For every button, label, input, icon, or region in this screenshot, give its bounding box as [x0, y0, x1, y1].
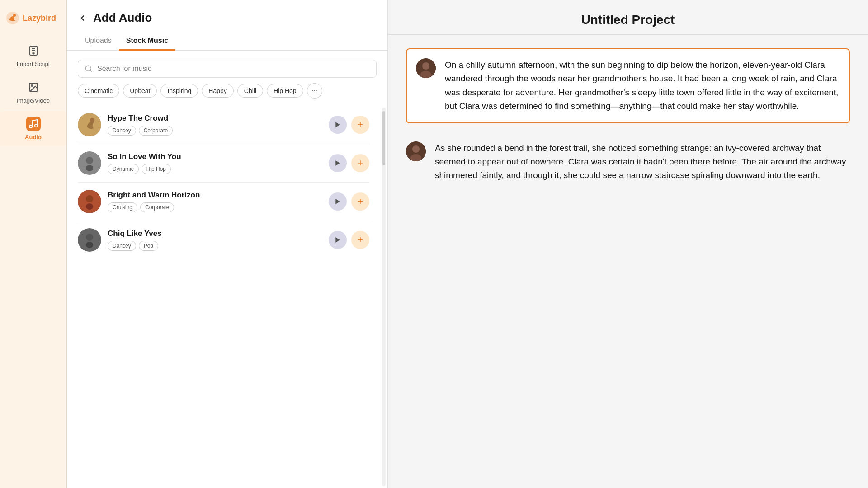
- play-button-bright[interactable]: [329, 192, 347, 211]
- music-title-bright: Bright and Warm Horizon: [108, 191, 322, 200]
- music-tags-bright: Cruising Corporate: [108, 202, 322, 212]
- svg-rect-19: [86, 203, 93, 210]
- music-tag-corporate-1: Corporate: [139, 126, 173, 136]
- music-actions-bright: +: [329, 192, 369, 211]
- music-info-bright: Bright and Warm Horizon Cruising Corpora…: [108, 191, 322, 212]
- story-text-1: On a chilly autumn afternoon, with the s…: [445, 58, 840, 113]
- svg-marker-20: [335, 199, 340, 204]
- music-tag-dynamic: Dynamic: [108, 164, 139, 174]
- svg-point-26: [422, 62, 429, 70]
- scrollbar-track[interactable]: [382, 108, 386, 486]
- music-tag-hiphop: Hip Hop: [142, 164, 171, 174]
- story-block-2: As she rounded a bend in the forest trai…: [406, 141, 850, 183]
- play-button-love[interactable]: [329, 154, 347, 172]
- music-thumb-love: [78, 151, 101, 175]
- right-panel: Untitled Project On a chilly autumn afte…: [388, 0, 868, 488]
- music-thumb-hype: [78, 113, 101, 136]
- add-button-chiq[interactable]: +: [351, 231, 369, 249]
- music-info-chiq: Chiq Like Yves Dancey Pop: [108, 229, 322, 251]
- music-title-chiq: Chiq Like Yves: [108, 229, 322, 238]
- right-header: Untitled Project: [388, 0, 868, 34]
- panel-header: Add Audio: [67, 0, 387, 25]
- add-button-love[interactable]: +: [351, 154, 369, 172]
- logo-text: Lazybird: [23, 14, 56, 23]
- filter-tag-cinematic[interactable]: Cinematic: [78, 84, 119, 98]
- svg-point-14: [86, 157, 93, 164]
- music-info-hype: Hype The Crowd Dancey Corporate: [108, 114, 322, 136]
- story-avatar-1: [416, 58, 436, 78]
- filter-tag-inspiring[interactable]: Inspiring: [160, 84, 198, 98]
- svg-point-8: [35, 124, 38, 127]
- search-icon: [85, 65, 93, 73]
- music-title-love: So In Love With You: [108, 152, 322, 161]
- filter-tag-chill[interactable]: Chill: [237, 84, 263, 98]
- svg-rect-15: [86, 165, 93, 171]
- svg-point-18: [86, 195, 93, 202]
- tab-uploads[interactable]: Uploads: [78, 32, 119, 51]
- story-text-2: As she rounded a bend in the forest trai…: [435, 141, 850, 183]
- filter-tag-happy[interactable]: Happy: [202, 84, 233, 98]
- lazybird-logo-icon: [5, 11, 20, 25]
- add-button-hype[interactable]: +: [351, 116, 369, 134]
- music-tags-chiq: Dancey Pop: [108, 241, 322, 251]
- music-tag-cruising: Cruising: [108, 202, 137, 212]
- filter-tags: Cinematic Upbeat Inspiring Happy Chill H…: [67, 83, 387, 106]
- sidebar-item-audio-label: Audio: [25, 134, 42, 141]
- music-tag-dancey-2: Dancey: [108, 241, 136, 251]
- image-icon: [26, 80, 41, 94]
- tabs-row: Uploads Stock Music: [67, 25, 387, 51]
- sidebar-item-image-video[interactable]: Image/Video: [0, 75, 66, 109]
- search-container: [67, 51, 387, 83]
- story-block-1: On a chilly autumn afternoon, with the s…: [406, 48, 850, 123]
- music-item-hype-the-crowd: Hype The Crowd Dancey Corporate +: [78, 106, 369, 144]
- svg-point-7: [29, 125, 32, 128]
- music-tag-dancey-1: Dancey: [108, 126, 136, 136]
- add-button-bright[interactable]: +: [351, 192, 369, 211]
- right-content: On a chilly autumn afternoon, with the s…: [388, 35, 868, 488]
- music-actions-chiq: +: [329, 231, 369, 249]
- sidebar-item-image-video-label: Image/Video: [17, 97, 50, 104]
- music-item-chiq: Chiq Like Yves Dancey Pop +: [78, 221, 369, 259]
- logo: Lazybird: [0, 7, 66, 29]
- svg-rect-30: [410, 154, 421, 161]
- search-box: [78, 60, 377, 78]
- music-title-hype: Hype The Crowd: [108, 114, 322, 123]
- svg-point-29: [412, 145, 420, 153]
- music-thumb-bright: [78, 190, 101, 213]
- music-info-love: So In Love With You Dynamic Hip Hop: [108, 152, 322, 174]
- svg-marker-16: [335, 160, 340, 166]
- project-title: Untitled Project: [406, 13, 850, 27]
- music-tag-corporate-2: Corporate: [140, 202, 174, 212]
- music-tags-love: Dynamic Hip Hop: [108, 164, 322, 174]
- music-item-bright-warm: Bright and Warm Horizon Cruising Corpora…: [78, 183, 369, 221]
- music-actions-hype: +: [329, 116, 369, 134]
- music-tag-pop: Pop: [139, 241, 158, 251]
- filter-tag-hiphop[interactable]: Hip Hop: [267, 84, 303, 98]
- svg-point-6: [31, 85, 33, 86]
- svg-point-11: [90, 118, 94, 122]
- music-list: Hype The Crowd Dancey Corporate +: [67, 106, 380, 488]
- music-list-wrapper: Hype The Crowd Dancey Corporate +: [67, 106, 387, 488]
- music-actions-love: +: [329, 154, 369, 172]
- more-filters-button[interactable]: ···: [307, 83, 322, 99]
- svg-point-9: [85, 66, 91, 71]
- sidebar-item-import-script[interactable]: Import Script: [0, 38, 66, 73]
- tab-stock-music[interactable]: Stock Music: [119, 32, 175, 51]
- music-tags-hype: Dancey Corporate: [108, 126, 322, 136]
- play-button-hype[interactable]: [329, 116, 347, 134]
- svg-point-22: [86, 234, 93, 241]
- sidebar-item-audio[interactable]: Audio: [0, 111, 66, 146]
- audio-icon: [26, 117, 41, 131]
- scrollbar-thumb[interactable]: [382, 111, 385, 165]
- sidebar-item-import-script-label: Import Script: [17, 61, 50, 67]
- back-button[interactable]: [78, 13, 88, 23]
- svg-point-1: [13, 14, 16, 17]
- play-button-chiq[interactable]: [329, 231, 347, 249]
- left-panel: Add Audio Uploads Stock Music Cinematic …: [67, 0, 388, 488]
- filter-tag-upbeat[interactable]: Upbeat: [123, 84, 157, 98]
- panel-title: Add Audio: [93, 11, 152, 25]
- search-input[interactable]: [97, 65, 370, 73]
- svg-marker-24: [335, 237, 340, 243]
- music-item-so-in-love: So In Love With You Dynamic Hip Hop +: [78, 144, 369, 183]
- svg-rect-27: [420, 71, 431, 78]
